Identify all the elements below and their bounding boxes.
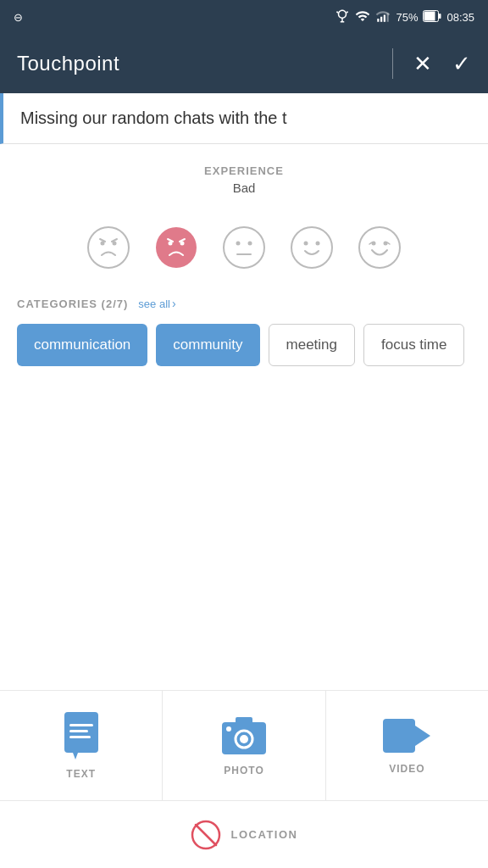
svg-point-35 (240, 735, 248, 743)
text-input-area[interactable]: Missing our random chats with the t (0, 93, 488, 144)
status-bar: ⊖ 75% (0, 0, 488, 34)
input-text: Missing our random chats with the t (20, 108, 287, 127)
svg-point-17 (224, 227, 264, 268)
svg-point-19 (248, 242, 252, 246)
emoji-very-bad[interactable] (83, 222, 134, 273)
photo-media-label: PHOTO (224, 765, 263, 776)
chevron-right-icon: › (172, 297, 176, 310)
video-media-label: VIDEO (389, 763, 424, 775)
svg-rect-2 (384, 14, 385, 21)
svg-point-36 (226, 726, 231, 732)
location-denied-icon (191, 820, 221, 850)
experience-value: Bad (17, 181, 471, 195)
emoji-great[interactable] (354, 222, 405, 273)
battery-icon (423, 10, 441, 25)
svg-point-24 (359, 227, 400, 268)
svg-rect-6 (439, 14, 441, 19)
svg-point-7 (88, 227, 129, 268)
svg-point-23 (316, 242, 320, 246)
svg-point-21 (291, 227, 332, 268)
media-photo[interactable]: PHOTO (163, 691, 325, 800)
top-bar-divider (392, 48, 393, 79)
svg-line-11 (112, 239, 117, 242)
top-bar-actions: ✕ ✓ (392, 48, 471, 79)
battery-status: 75% (396, 11, 418, 24)
tag-meeting[interactable]: meeting (269, 324, 355, 366)
svg-rect-29 (69, 730, 88, 732)
location-label: LOCATION (231, 828, 298, 841)
status-left: ⊖ (14, 11, 23, 24)
confirm-button[interactable]: ✓ (452, 51, 471, 77)
status-right: 75% 08:35 (335, 8, 474, 26)
tag-community[interactable]: community (156, 324, 259, 366)
media-text[interactable]: TEXT (0, 691, 163, 800)
svg-rect-33 (236, 717, 252, 724)
time-display: 08:35 (446, 11, 474, 24)
svg-rect-5 (424, 11, 435, 20)
emoji-bad[interactable] (151, 222, 202, 273)
svg-rect-0 (378, 19, 380, 22)
content-spacer (0, 380, 488, 690)
media-video[interactable]: VIDEO (326, 691, 488, 800)
svg-rect-1 (380, 16, 382, 21)
location-section[interactable]: LOCATION (0, 800, 488, 868)
close-button[interactable]: ✕ (413, 51, 432, 77)
signal-icon (375, 8, 391, 26)
svg-line-40 (196, 825, 216, 845)
app-title: Touchpoint (17, 52, 119, 75)
video-media-icon (381, 717, 432, 754)
svg-point-18 (236, 242, 241, 246)
category-tags: communication community meeting focus ti… (0, 319, 488, 380)
experience-section: EXPERIENCE Bad (0, 144, 488, 209)
svg-marker-31 (73, 753, 78, 760)
emoji-row (0, 209, 488, 287)
svg-rect-30 (69, 736, 91, 738)
text-media-label: TEXT (66, 768, 96, 780)
svg-rect-37 (383, 719, 415, 753)
experience-label: EXPERIENCE (17, 164, 471, 177)
see-all-text: see all (138, 298, 170, 310)
page-content: Missing our random chats with the t EXPE… (0, 93, 488, 868)
svg-rect-3 (387, 13, 389, 22)
emoji-good[interactable] (286, 222, 337, 273)
svg-rect-28 (69, 724, 93, 726)
minus-icon: ⊖ (14, 11, 23, 24)
photo-media-icon (220, 715, 268, 756)
svg-marker-38 (415, 726, 430, 746)
categories-header: CATEGORIES (2/7) see all › (0, 287, 488, 319)
alarm-icon (335, 8, 350, 26)
text-media-icon (61, 712, 102, 760)
categories-label: CATEGORIES (2/7) (17, 298, 128, 310)
emoji-neutral[interactable] (219, 222, 269, 273)
tag-communication[interactable]: communication (17, 324, 147, 366)
wifi-icon (355, 8, 370, 26)
svg-line-10 (100, 239, 105, 242)
see-all-button[interactable]: see all › (138, 297, 175, 310)
media-section: TEXT PHOTO VIDEO (0, 690, 488, 800)
tag-focus-time[interactable]: focus time (363, 324, 464, 366)
svg-point-12 (156, 227, 197, 268)
svg-point-22 (304, 242, 308, 246)
top-bar: Touchpoint ✕ ✓ (0, 34, 488, 93)
